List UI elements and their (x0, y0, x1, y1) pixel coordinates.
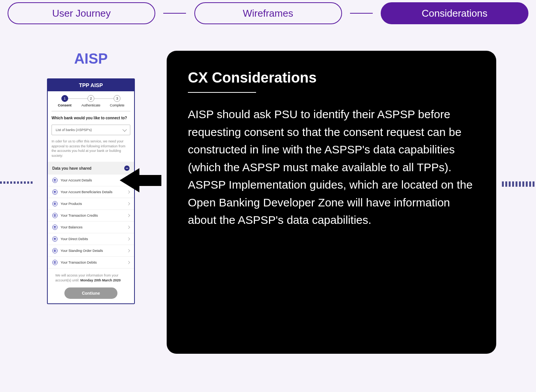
access-note: We will access your information from you… (55, 273, 127, 283)
chevron-down-icon (122, 127, 127, 131)
shared-row-label: Your Transaction Debits (61, 261, 127, 264)
cx-title: CX Considerations (188, 70, 475, 86)
bank-select-dropdown[interactable]: List of banks (ASPSP's) (52, 125, 130, 135)
grid-icon (52, 178, 58, 183)
phone-header: TPP AISP (48, 79, 134, 91)
shared-data-row[interactable]: Your Products (48, 198, 134, 210)
continue-button[interactable]: Contiune (64, 287, 117, 299)
shared-row-label: Your Account Beneficiaries Details (61, 190, 127, 194)
aisp-title: AISP (30, 51, 152, 67)
shared-row-label: Your Account Details (61, 178, 127, 182)
step-complete: 3 Complete (104, 95, 130, 107)
shared-data-label: Data you have shared (52, 166, 91, 170)
shared-data-row[interactable]: Your Transaction Debits (48, 257, 134, 269)
bank-select-placeholder: List of banks (ASPSP's) (56, 128, 92, 132)
chevron-right-icon (127, 214, 130, 217)
callout-arrow-icon (120, 168, 139, 192)
grid-icon (52, 189, 58, 195)
tab-user-journey[interactable]: User Journey (8, 2, 155, 24)
shared-row-label: Your Direct Debits (61, 237, 127, 241)
shared-row-label: Your Balances (61, 225, 127, 229)
shared-data-row[interactable]: Your Balances (48, 222, 134, 233)
consent-info-text: In oder for us to offer this service, we… (52, 139, 130, 158)
bank-question: Which bank would you like to connect to? (52, 116, 130, 120)
chevron-right-icon (127, 249, 130, 252)
chevron-right-icon (127, 261, 130, 264)
chevron-right-icon (127, 226, 130, 229)
shared-data-row[interactable]: Your Direct Debits (48, 233, 134, 245)
step-authenticate: 2 Authenticate (78, 95, 104, 107)
step-consent: 1 Consent (52, 95, 78, 107)
shared-data-row[interactable]: Your Standing Order Details (48, 245, 134, 257)
grid-icon (52, 260, 58, 265)
top-tabs: User Journey Wireframes Considerations (0, 2, 536, 24)
chevron-right-icon (127, 237, 130, 241)
cx-title-underline (188, 92, 256, 93)
grid-icon (52, 236, 58, 242)
tab-wireframes[interactable]: Wireframes (194, 2, 342, 24)
tab-considerations[interactable]: Considerations (381, 2, 528, 24)
grid-icon (52, 201, 58, 206)
grid-icon (52, 213, 58, 218)
shared-data-row[interactable]: Your Transaction Credits (48, 210, 134, 222)
tab-connector (350, 13, 373, 14)
cx-considerations-panel: CX Considerations AISP should ask PSU to… (167, 51, 496, 354)
grid-icon (52, 225, 58, 230)
callout-arrow-stem (139, 175, 161, 186)
chevron-right-icon (127, 202, 130, 205)
shared-row-label: Your Products (61, 202, 127, 206)
shared-row-label: Your Transaction Credits (61, 214, 127, 217)
cx-body-text: AISP should ask PSU to identify their AS… (188, 106, 475, 229)
grid-icon (52, 248, 58, 253)
shared-row-label: Your Standing Order Details (61, 249, 127, 253)
progress-stepper: 1 Consent 2 Authenticate 3 Complete (48, 91, 134, 109)
tab-connector (163, 13, 186, 14)
